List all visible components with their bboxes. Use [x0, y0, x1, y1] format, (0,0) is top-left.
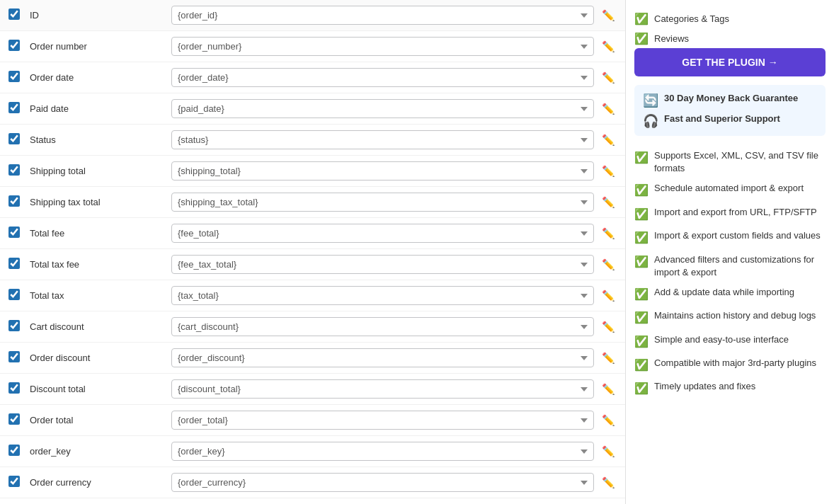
field-select[interactable]: {order_date} — [171, 68, 594, 87]
feature-item: ✅ Maintains action history and debug log… — [634, 306, 826, 329]
edit-icon[interactable]: ✏️ — [600, 445, 617, 458]
row-checkbox[interactable] — [8, 133, 20, 144]
feature-check-icon: ✅ — [634, 310, 649, 326]
field-select[interactable]: {paid_date} — [171, 99, 594, 118]
field-select[interactable]: {tax_total} — [171, 286, 594, 305]
field-row: Payment method {payment_method} ✏️ — [0, 498, 625, 504]
row-checkbox[interactable] — [8, 476, 20, 487]
feature-text: Add & update data while importing — [654, 286, 794, 299]
feature-text: Maintains action history and debug logs — [654, 309, 816, 322]
feature-item: ✅ Schedule automated import & export — [634, 178, 826, 202]
feature-text: Simple and easy-to-use interface — [654, 333, 789, 346]
feature-check-icon: ✅ — [634, 207, 649, 222]
money-back-text: 30 Day Money Back Guarantee — [664, 92, 798, 105]
field-select-col: {shipping_tax_total} — [171, 193, 594, 212]
feature-check-icon: ✅ — [634, 357, 649, 373]
edit-icon[interactable]: ✏️ — [600, 227, 617, 240]
field-row: Order date {order_date} ✏️ — [0, 62, 625, 93]
edit-icon[interactable]: ✏️ — [600, 9, 617, 22]
checkbox-col — [8, 445, 30, 458]
field-select[interactable]: {order_total} — [171, 411, 594, 430]
row-checkbox[interactable] — [8, 102, 20, 113]
guarantee-box: 🔄 30 Day Money Back Guarantee 🎧 Fast and… — [634, 85, 826, 136]
field-row: order_key {order_key} ✏️ — [0, 436, 625, 467]
field-select-col: {shipping_total} — [171, 161, 594, 181]
field-label: order_key — [30, 446, 171, 457]
field-select-col: {cart_discount} — [171, 317, 594, 336]
field-select-col: {order_id} — [171, 6, 594, 25]
field-row: Shipping total {shipping_total} ✏️ — [0, 156, 625, 187]
field-select[interactable]: {order_number} — [171, 37, 594, 56]
feature-text: Import and export from URL, FTP/SFTP — [654, 206, 817, 219]
field-label: Order currency — [30, 477, 171, 488]
edit-icon[interactable]: ✏️ — [600, 196, 617, 209]
field-select[interactable]: {shipping_total} — [171, 161, 594, 181]
row-checkbox[interactable] — [8, 8, 20, 20]
feature-item: ✅ Import and export from URL, FTP/SFTP — [634, 202, 826, 226]
row-checkbox[interactable] — [8, 195, 20, 207]
sidebar: ✅ Categories & Tags ✅ Reviews GET THE PL… — [625, 0, 834, 504]
edit-icon[interactable]: ✏️ — [600, 290, 617, 302]
field-select[interactable]: {fee_tax_total} — [171, 255, 594, 274]
field-select[interactable]: {shipping_tax_total} — [171, 193, 594, 212]
field-label: Status — [30, 134, 171, 145]
money-back-item: 🔄 30 Day Money Back Guarantee — [643, 92, 817, 108]
support-item: 🎧 Fast and Superior Support — [643, 113, 817, 129]
checkbox-col — [8, 413, 30, 427]
field-select-col: {order_discount} — [171, 348, 594, 367]
row-checkbox[interactable] — [8, 71, 20, 82]
field-select[interactable]: {discount_total} — [171, 379, 594, 399]
edit-icon[interactable]: ✏️ — [600, 258, 617, 271]
edit-icon[interactable]: ✏️ — [600, 321, 617, 333]
field-select[interactable]: {fee_total} — [171, 224, 594, 243]
edit-icon[interactable]: ✏️ — [600, 40, 617, 53]
edit-icon[interactable]: ✏️ — [600, 71, 617, 84]
field-select[interactable]: {status} — [171, 130, 594, 149]
row-checkbox[interactable] — [8, 40, 20, 51]
row-checkbox[interactable] — [8, 413, 20, 425]
checkbox-col — [8, 102, 30, 115]
field-select[interactable]: {order_key} — [171, 442, 594, 461]
field-select-col: {tax_total} — [171, 286, 594, 305]
row-checkbox[interactable] — [8, 164, 20, 176]
reviews-check-icon: ✅ — [634, 32, 649, 45]
checkbox-col — [8, 133, 30, 147]
checkbox-col — [8, 258, 30, 271]
get-plugin-button[interactable]: GET THE PLUGIN → — [634, 48, 826, 76]
field-row: Total fee {fee_total} ✏️ — [0, 218, 625, 249]
row-checkbox[interactable] — [8, 289, 20, 300]
field-select-col: {fee_tax_total} — [171, 255, 594, 274]
edit-icon[interactable]: ✏️ — [600, 476, 617, 489]
edit-icon[interactable]: ✏️ — [600, 352, 617, 365]
field-select-col: {order_total} — [171, 411, 594, 430]
feature-check-icon: ✅ — [634, 150, 649, 166]
field-label: Paid date — [30, 103, 171, 114]
support-icon: 🎧 — [643, 113, 658, 129]
field-row: Shipping tax total {shipping_tax_total} … — [0, 187, 625, 218]
row-checkbox[interactable] — [8, 258, 20, 269]
checkbox-col — [8, 195, 30, 209]
row-checkbox[interactable] — [8, 445, 20, 456]
feature-item: ✅ Add & update data while importing — [634, 282, 826, 306]
edit-icon[interactable]: ✏️ — [600, 383, 617, 396]
edit-icon[interactable]: ✏️ — [600, 103, 617, 115]
field-row: ID {order_id} ✏️ — [0, 0, 625, 31]
row-checkbox[interactable] — [8, 382, 20, 394]
row-checkbox[interactable] — [8, 351, 20, 362]
field-select[interactable]: {order_currency} — [171, 473, 594, 492]
edit-icon[interactable]: ✏️ — [600, 165, 617, 178]
field-label: Total tax — [30, 290, 171, 301]
row-checkbox[interactable] — [8, 320, 20, 331]
field-select[interactable]: {order_id} — [171, 6, 594, 25]
reviews-row: ✅ Reviews — [634, 28, 826, 48]
row-checkbox[interactable] — [8, 227, 20, 238]
categories-tags-row: ✅ Categories & Tags — [634, 8, 826, 28]
field-label: Order discount — [30, 353, 171, 363]
feature-check-icon: ✅ — [634, 287, 649, 302]
field-select-col: {discount_total} — [171, 379, 594, 399]
field-row: Total tax fee {fee_tax_total} ✏️ — [0, 249, 625, 280]
field-select[interactable]: {cart_discount} — [171, 317, 594, 336]
edit-icon[interactable]: ✏️ — [600, 414, 617, 427]
edit-icon[interactable]: ✏️ — [600, 134, 617, 147]
field-select[interactable]: {order_discount} — [171, 348, 594, 367]
